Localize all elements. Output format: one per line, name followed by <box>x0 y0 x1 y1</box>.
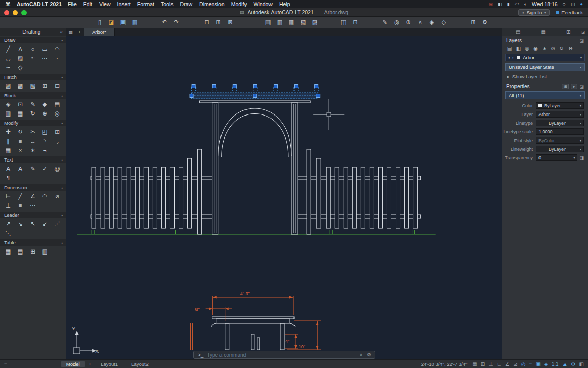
mirror-icon[interactable]: ∥ <box>3 136 14 145</box>
move-icon[interactable]: ✚ <box>3 127 14 136</box>
control-center-icon[interactable]: ◫ <box>571 2 575 7</box>
redo-icon[interactable]: ↷ <box>173 19 180 26</box>
circle-icon[interactable]: ○ <box>27 44 38 53</box>
etransmit-icon[interactable]: ▥ <box>276 19 283 26</box>
properties-palette-tab-icon[interactable]: ▦ <box>541 29 546 35</box>
menu-item-3[interactable]: Insert <box>117 1 131 7</box>
command-customize-icon[interactable]: ⚙ <box>367 352 371 357</box>
search-icon[interactable]: ○ <box>563 2 566 7</box>
add-layout-button[interactable]: + <box>88 361 93 367</box>
erase-icon[interactable]: × <box>15 146 26 154</box>
insert-table-icon[interactable]: ▦ <box>3 247 14 256</box>
hatch-pattern-icon[interactable]: ▨ <box>3 81 14 90</box>
island-detection-icon[interactable]: ⊟ <box>52 81 63 90</box>
hatch-tool-icon[interactable]: ▨ <box>15 54 26 62</box>
stretch-icon[interactable]: ↔ <box>27 136 38 145</box>
menu-item-0[interactable]: File <box>68 1 77 7</box>
snap-icon[interactable]: ⊥ <box>488 361 493 367</box>
model-space-viewport[interactable]: 4'-3" 8" 4" 1'-10" Y X <box>66 36 502 359</box>
layer-list-item-arbor[interactable]: ●◐ Arbor ▾ <box>505 54 585 61</box>
layers-autohide-icon[interactable]: ◪ <box>579 38 584 43</box>
copy-icon[interactable]: ⊞ <box>52 127 63 136</box>
line-icon[interactable]: ╱ <box>3 44 14 53</box>
save-icon[interactable]: ▣ <box>119 19 127 26</box>
break-icon[interactable]: ¬ <box>39 146 51 154</box>
object-snap-icon[interactable]: ◎ <box>521 361 526 367</box>
check-spelling-icon[interactable]: ✓ <box>39 164 51 173</box>
boundary-icon[interactable]: ⊞ <box>39 81 51 90</box>
explode-icon[interactable]: ∗ <box>27 146 38 154</box>
hatch-solid-icon[interactable]: ▩ <box>15 81 26 90</box>
menu-item-5[interactable]: Tools <box>161 1 174 7</box>
chamfer-icon[interactable]: ◞ <box>52 136 63 145</box>
menu-item-6[interactable]: Draw <box>180 1 193 7</box>
status-menu-icon[interactable]: ≡ <box>4 361 7 367</box>
palette-section-header-table[interactable]: Table● <box>0 239 66 246</box>
table-style-icon[interactable]: ▤ <box>15 247 26 256</box>
freeze-layer-icon[interactable]: ∗ <box>541 45 548 51</box>
edit-attribute-icon[interactable]: ▥ <box>3 109 14 118</box>
spline-icon[interactable]: ≈ <box>27 54 38 62</box>
command-history-icon[interactable]: ∧ <box>359 352 363 357</box>
menu-item-10[interactable]: Help <box>279 1 290 7</box>
batch-plot-icon[interactable]: ▨ <box>311 19 318 26</box>
palette-section-header-draw[interactable]: Draw● <box>0 37 66 43</box>
object-snap-tracking-icon[interactable]: ⊿ <box>513 361 518 367</box>
point-icon[interactable]: · <box>52 54 63 62</box>
scale-icon[interactable]: ◰ <box>39 127 51 136</box>
menu-app-name[interactable]: AutoCAD LT 2021 <box>17 1 62 7</box>
baseline-dimension-icon[interactable]: ≡ <box>15 201 26 210</box>
array-icon[interactable]: ▦ <box>3 146 14 154</box>
unisolate-layer-icon[interactable]: ◉ <box>532 45 539 51</box>
siri-icon[interactable]: ● <box>580 2 583 7</box>
lock-layer-icon[interactable]: ⊘ <box>550 45 556 51</box>
manage-attributes-icon[interactable]: ▦ <box>15 109 26 118</box>
volume-icon[interactable]: ◐ <box>524 2 527 7</box>
revision-cloud-icon[interactable]: ∼ <box>3 63 14 72</box>
minimize-window-button[interactable] <box>13 10 18 15</box>
feedback-button[interactable]: Feedback <box>556 10 583 15</box>
single-line-text-icon[interactable]: A <box>15 164 26 173</box>
selection-filter-dropdown[interactable]: All (11) ▾ <box>505 91 585 99</box>
selection-cycling-icon[interactable]: ◈ <box>544 361 548 367</box>
layer-color-swatch[interactable] <box>517 56 520 59</box>
layer-states-icon[interactable]: ◧ <box>515 45 522 51</box>
data-link-icon[interactable]: ⊞ <box>27 247 38 256</box>
display-icon[interactable]: ◧ <box>498 2 502 7</box>
screen-recording-icon[interactable]: ◉ <box>488 2 493 7</box>
arc-icon[interactable]: ◠ <box>52 44 63 53</box>
rectangle-icon[interactable]: ▭ <box>39 44 51 53</box>
fillet-icon[interactable]: ◝ <box>39 136 51 145</box>
transparency-picker-icon[interactable]: ◨ <box>579 155 584 160</box>
sign-in-button[interactable]: ● Sign In ▾ <box>518 9 550 16</box>
multileader-icon[interactable]: ↗ <box>3 219 14 228</box>
match-properties-icon[interactable]: ✎ <box>381 19 388 26</box>
battery-icon[interactable]: ▮ <box>507 2 510 7</box>
new-drawing-tab-button[interactable]: + <box>75 28 84 36</box>
aligned-dimension-icon[interactable]: ╱ <box>15 192 26 200</box>
wifi-icon[interactable]: ◠ <box>515 2 519 7</box>
continue-dimension-icon[interactable]: ⋯ <box>27 201 38 210</box>
menu-item-4[interactable]: Format <box>137 1 154 7</box>
paste-icon[interactable]: ⊕ <box>405 19 412 26</box>
sync-attributes-icon[interactable]: ↻ <box>27 109 38 118</box>
layer-on-icon[interactable]: ● <box>508 56 510 59</box>
property-value-lineweight[interactable]: ByLayer ▾ <box>536 146 584 152</box>
group-icon[interactable]: ◈ <box>428 19 435 26</box>
ortho-icon[interactable]: ∟ <box>497 361 502 367</box>
palette-section-header-dimension[interactable]: Dimension● <box>0 184 66 191</box>
apple-menu-icon[interactable]: ⌘ <box>5 1 11 8</box>
property-value-transparency[interactable]: 0 ▾ <box>536 154 577 161</box>
erase-tool-icon[interactable]: × <box>416 19 424 26</box>
lineweight-display-icon[interactable]: ≡ <box>529 361 532 367</box>
layout1-tab[interactable]: Layout1 <box>95 361 123 367</box>
text-style-icon[interactable]: @ <box>52 164 63 173</box>
set-base-point-icon[interactable]: ⊕ <box>39 109 51 118</box>
file-tabs-menu-icon[interactable]: ▦ <box>66 28 75 36</box>
command-input[interactable]: Type a command <box>207 352 356 358</box>
property-value-plot-style[interactable]: ByColor ▾ <box>536 137 584 144</box>
print-icon[interactable]: ⊟ <box>203 19 210 26</box>
plot-icon[interactable]: ⊞ <box>215 19 222 26</box>
viewport-icon[interactable]: ⊡ <box>352 19 359 26</box>
property-value-linetype-scale[interactable]: 1.0000 <box>536 128 584 135</box>
